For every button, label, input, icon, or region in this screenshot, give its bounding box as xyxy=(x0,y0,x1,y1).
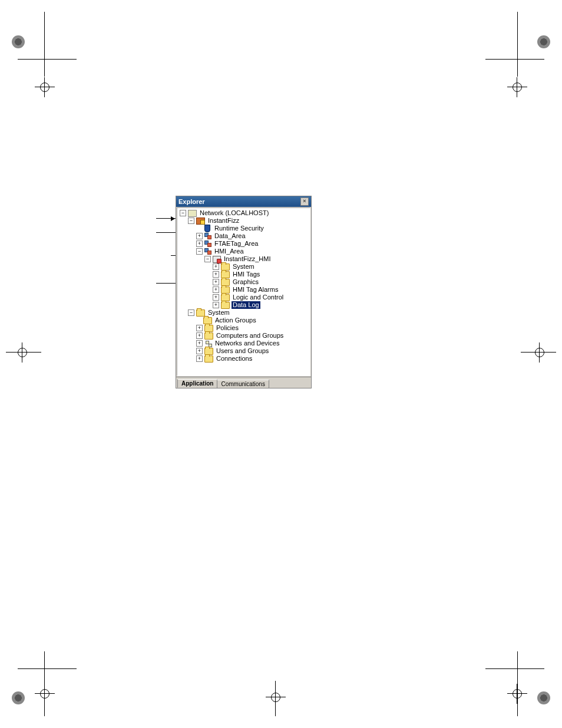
tree-view[interactable]: − Network (LOCALHOST) − InstantFizz Runt… xyxy=(177,207,310,376)
tree-node-action-groups[interactable]: Action Groups xyxy=(177,317,310,324)
node-label: Data_Area xyxy=(213,232,247,240)
tree-node-connections[interactable]: + Connections xyxy=(177,355,310,363)
node-label: System xyxy=(207,309,231,317)
node-label: Logic and Control xyxy=(232,294,285,301)
node-label: Runtime Security xyxy=(213,225,265,232)
node-label: InstantFizz xyxy=(207,217,240,225)
tree-node-ftae-area[interactable]: + FTAETag_Area xyxy=(177,240,310,248)
expand-icon[interactable]: + xyxy=(213,302,219,308)
expand-icon[interactable]: + xyxy=(196,332,203,339)
expand-icon[interactable]: + xyxy=(196,340,203,347)
tree-node-logic-control[interactable]: + Logic and Control xyxy=(177,294,310,301)
expand-icon[interactable]: + xyxy=(213,286,219,293)
expand-icon[interactable]: + xyxy=(196,355,203,362)
tree-node-system[interactable]: − System xyxy=(177,309,310,317)
network-devices-icon xyxy=(204,341,212,347)
collapse-icon[interactable]: − xyxy=(188,309,194,316)
node-label: Networks and Devices xyxy=(214,340,280,347)
area-icon xyxy=(204,248,211,255)
folder-icon xyxy=(221,302,230,309)
node-label: InstantFizz_HMI xyxy=(223,255,272,263)
expand-icon[interactable]: + xyxy=(196,241,203,247)
tree-node-runtime-security[interactable]: Runtime Security xyxy=(177,225,310,232)
explorer-title: Explorer xyxy=(178,198,205,205)
tree-node-hmi-area[interactable]: − HMI_Area xyxy=(177,248,310,255)
collapse-icon[interactable]: − xyxy=(180,210,186,216)
tree-node-computers-groups[interactable]: + Computers and Groups xyxy=(177,332,310,340)
tree-node-network[interactable]: − Network (LOCALHOST) xyxy=(177,209,310,217)
expand-icon[interactable]: + xyxy=(213,271,219,278)
expand-icon[interactable]: + xyxy=(196,325,203,331)
callout-arrow-app xyxy=(156,218,177,219)
explorer-panel: Explorer × − Network (LOCALHOST) − Insta… xyxy=(176,196,312,388)
hmi-server-icon xyxy=(213,256,221,263)
node-label: Connections xyxy=(215,355,253,363)
collapse-icon[interactable]: − xyxy=(204,256,211,262)
tab-communications[interactable]: Communications xyxy=(217,380,269,388)
tree-node-data-area[interactable]: + Data_Area xyxy=(177,232,310,240)
tree-node-networks-devices[interactable]: + Networks and Devices xyxy=(177,340,310,347)
tree-node-hmi-server[interactable]: − InstantFizz_HMI xyxy=(177,255,310,263)
collapse-icon[interactable]: − xyxy=(196,248,203,255)
expand-icon[interactable]: + xyxy=(196,348,203,354)
explorer-titlebar: Explorer × xyxy=(176,196,311,207)
application-icon xyxy=(196,218,205,225)
expand-icon[interactable]: + xyxy=(196,233,203,239)
node-label: Computers and Groups xyxy=(215,332,285,340)
node-label: Network (LOCALHOST) xyxy=(199,209,270,217)
node-label: System xyxy=(232,263,256,271)
area-icon xyxy=(204,233,211,239)
tree-node-system-folder[interactable]: + System xyxy=(177,263,310,271)
tree-node-hmi-tags[interactable]: + HMI Tags xyxy=(177,271,310,278)
collapse-icon[interactable]: − xyxy=(188,218,194,224)
expand-icon[interactable]: + xyxy=(213,294,219,301)
tree-node-hmi-tag-alarms[interactable]: + HMI Tag Alarms xyxy=(177,286,310,294)
tree-node-graphics[interactable]: + Graphics xyxy=(177,278,310,286)
expand-icon[interactable]: + xyxy=(213,279,219,285)
node-label-selected: Data Log xyxy=(232,301,260,309)
folder-icon xyxy=(204,332,213,340)
tree-node-users-groups[interactable]: + Users and Groups xyxy=(177,347,310,355)
tab-strip: Application Communications xyxy=(176,377,311,388)
close-button[interactable]: × xyxy=(300,197,309,206)
node-label: HMI_Area xyxy=(213,248,245,255)
node-label: Graphics xyxy=(232,278,260,286)
node-label: HMI Tags xyxy=(232,271,261,278)
node-label: HMI Tag Alarms xyxy=(232,286,279,294)
area-icon xyxy=(204,241,211,247)
node-label: Users and Groups xyxy=(215,347,270,355)
security-icon xyxy=(204,225,210,232)
folder-icon xyxy=(204,355,213,363)
tab-application[interactable]: Application xyxy=(177,379,217,388)
expand-icon[interactable]: + xyxy=(213,263,219,270)
tree-node-policies[interactable]: + Policies xyxy=(177,324,310,332)
tree-node-instantfizz[interactable]: − InstantFizz xyxy=(177,217,310,225)
node-label: FTAETag_Area xyxy=(213,240,259,248)
node-label: Policies xyxy=(215,324,240,332)
network-icon xyxy=(188,210,197,217)
node-label: Action Groups xyxy=(214,317,257,324)
